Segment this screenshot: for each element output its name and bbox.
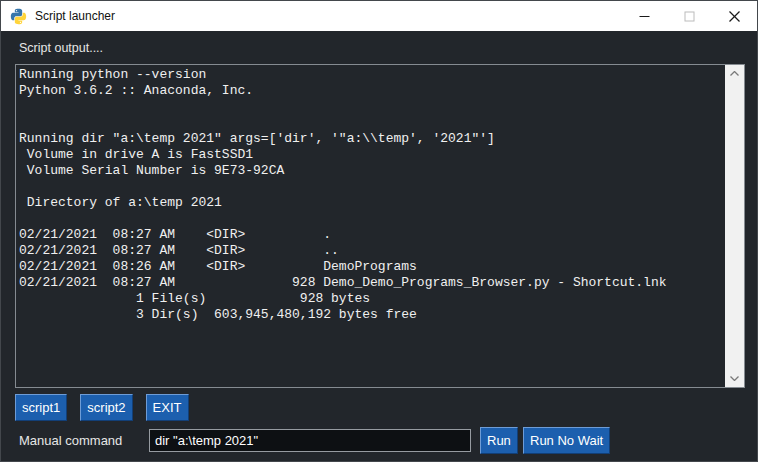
run-no-wait-button[interactable]: Run No Wait [523,427,610,454]
chevron-up-icon[interactable] [725,65,744,82]
run-button[interactable]: Run [480,427,518,454]
script-launcher-window: Script launcher Script output.... Runnin… [0,0,758,462]
manual-command-label: Manual command [19,433,122,448]
script-output-label: Script output.... [19,41,103,55]
console-text: Running python --version Python 3.6.2 ::… [19,67,723,385]
maximize-icon [684,11,695,22]
script1-button[interactable]: script1 [15,394,67,421]
vertical-scrollbar[interactable] [725,65,744,387]
minimize-button[interactable] [622,1,667,31]
window-title: Script launcher [35,9,622,23]
minimize-icon [639,11,650,22]
exit-button[interactable]: EXIT [146,394,189,421]
close-button[interactable] [712,1,757,31]
close-icon [729,11,740,22]
script2-button[interactable]: script2 [80,394,132,421]
python-logo-icon [10,8,27,25]
title-bar[interactable]: Script launcher [1,1,757,31]
manual-command-input[interactable] [149,429,471,452]
console-output[interactable]: Running python --version Python 3.6.2 ::… [15,64,745,388]
chevron-down-icon[interactable] [725,370,744,387]
script-button-row: script1 script2 EXIT [15,394,189,421]
maximize-button[interactable] [667,1,712,31]
window-controls [622,1,757,31]
